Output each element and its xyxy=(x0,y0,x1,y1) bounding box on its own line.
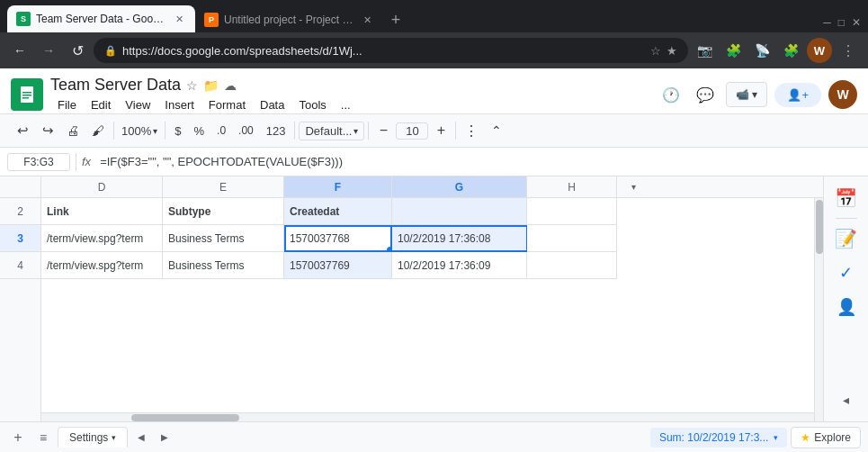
font-size-inc-button[interactable]: + xyxy=(430,120,452,141)
font-size-box[interactable]: 10 xyxy=(396,122,428,140)
star-icon[interactable]: ★ xyxy=(667,44,677,58)
new-tab-button[interactable]: + xyxy=(383,7,408,32)
bookmark-icon[interactable]: ☆ xyxy=(650,44,661,58)
cell-D4[interactable]: /term/view.spg?term xyxy=(41,252,163,279)
tab-project[interactable]: P Untitled project - Project Editor - ✕ xyxy=(195,7,383,32)
format-num-button[interactable]: 123 xyxy=(261,122,291,140)
zoom-selector[interactable]: 100% ▾ xyxy=(118,122,161,140)
cell-G2[interactable] xyxy=(392,198,527,225)
sidebar-expand-button[interactable]: ◂ xyxy=(830,384,863,416)
scroll-thumb-h[interactable] xyxy=(131,414,239,421)
cloud-icon[interactable]: ☁ xyxy=(224,78,237,93)
redo-button[interactable]: ↪ xyxy=(36,119,59,142)
row-header-4[interactable]: 4 xyxy=(0,252,40,279)
comments-button[interactable]: 💬 xyxy=(692,81,719,108)
menu-tools[interactable]: Tools xyxy=(291,96,333,113)
menu-insert[interactable]: Insert xyxy=(157,96,201,113)
menu-icon[interactable]: ⋮ xyxy=(836,38,861,63)
folder-icon[interactable]: 📁 xyxy=(203,78,219,93)
sheets-bottom-bar: + ≡ Settings ▾ ◀ ▶ Sum: 10/2/2019 17:3..… xyxy=(0,421,868,452)
extensions-icon[interactable]: 🧩 xyxy=(720,38,746,63)
cell-G4[interactable]: 10/2/2019 17:36:09 xyxy=(392,252,527,279)
nav-left-button[interactable]: ◀ xyxy=(131,428,151,447)
cell-D3[interactable]: /term/view.spg?term xyxy=(41,225,163,252)
back-button[interactable]: ← xyxy=(7,38,32,63)
col-header-E[interactable]: E xyxy=(163,176,284,197)
cell-F2[interactable]: Createdat xyxy=(284,198,392,225)
undo-button[interactable]: ↩ xyxy=(11,119,34,142)
cell-G3[interactable]: 10/2/2019 17:36:08 xyxy=(392,225,527,252)
cell-E4[interactable]: Business Terms xyxy=(163,252,284,279)
sheets-logo xyxy=(11,78,43,111)
scroll-thumb-v[interactable] xyxy=(816,200,823,254)
user-avatar[interactable]: W xyxy=(828,80,857,109)
sum-bar[interactable]: Sum: 10/2/2019 17:3... ▾ xyxy=(650,428,787,447)
list-sheets-button[interactable]: ≡ xyxy=(32,427,54,448)
add-sheet-button[interactable]: + xyxy=(7,427,29,448)
formula-content[interactable]: =IF($F3="", "", EPOCHTODATE(VALUE($F3))) xyxy=(96,155,861,168)
meet-button[interactable]: 📹 ▾ xyxy=(726,82,767,107)
history-button[interactable]: 🕐 xyxy=(658,81,685,108)
cell-H4[interactable] xyxy=(527,252,617,279)
menu-more[interactable]: ... xyxy=(334,96,358,113)
col-header-D[interactable]: D xyxy=(41,176,163,197)
col-header-G[interactable]: G xyxy=(392,176,527,197)
minimize-button[interactable]: ─ xyxy=(823,16,831,29)
col-header-H[interactable]: H xyxy=(527,176,617,197)
menu-edit[interactable]: Edit xyxy=(84,96,118,113)
percent-button[interactable]: % xyxy=(188,122,210,140)
row-header-3[interactable]: 3 xyxy=(0,225,40,252)
paint-format-button[interactable]: 🖌 xyxy=(86,119,110,142)
print-button[interactable]: 🖨 xyxy=(61,119,85,142)
sheets-tab-close[interactable]: ✕ xyxy=(172,12,186,26)
screenshot-icon[interactable]: 📷 xyxy=(692,38,717,63)
font-size-dec-button[interactable]: − xyxy=(372,120,394,141)
menu-format[interactable]: Format xyxy=(201,96,253,113)
more-toolbar-options[interactable]: ⋮ xyxy=(460,119,483,142)
tab-sheets[interactable]: S Team Server Data - Google Shee... ✕ xyxy=(7,5,195,32)
cell-H2[interactable] xyxy=(527,198,617,225)
scrollbar-vertical[interactable] xyxy=(814,198,823,421)
decimal-dec-button[interactable]: .0 xyxy=(211,122,231,139)
cell-H3[interactable] xyxy=(527,225,617,252)
notes-sidebar-button[interactable]: 📝 xyxy=(830,222,863,255)
reload-button[interactable]: ↺ xyxy=(65,38,90,63)
cell-F4[interactable]: 1570037769 xyxy=(284,252,392,279)
profile-avatar[interactable]: W xyxy=(807,38,832,63)
contacts-sidebar-button[interactable]: 👤 xyxy=(830,291,863,323)
address-bar[interactable]: 🔒 https://docs.google.com/spreadsheets/d… xyxy=(94,38,688,63)
toolbar-separator-2 xyxy=(165,122,166,140)
collapse-toolbar-button[interactable]: ⌃ xyxy=(485,119,508,142)
cell-E3[interactable]: Business Terms xyxy=(163,225,284,252)
scrollbar-horizontal[interactable] xyxy=(41,412,814,421)
cell-E2[interactable]: Subtype xyxy=(163,198,284,225)
broadcast-icon[interactable]: 📡 xyxy=(749,38,774,63)
row-header-2[interactable]: 2 xyxy=(0,198,40,225)
sheets-title: Team Server Data xyxy=(50,76,181,95)
star-title-icon[interactable]: ☆ xyxy=(186,78,198,93)
explore-button[interactable]: ★ Explore xyxy=(791,427,861,448)
share-button[interactable]: 👤+ xyxy=(774,83,821,107)
forward-button[interactable]: → xyxy=(36,38,61,63)
puzzle-icon[interactable]: 🧩 xyxy=(778,38,803,63)
decimal-inc-button[interactable]: .00 xyxy=(233,122,259,139)
close-button[interactable]: ✕ xyxy=(852,16,861,29)
corner-cell xyxy=(0,176,40,198)
nav-right-button[interactable]: ▶ xyxy=(155,428,174,447)
grid-row-2: Link Subtype Createdat xyxy=(41,198,823,225)
col-header-arrow[interactable]: ▾ xyxy=(617,176,649,197)
project-tab-close[interactable]: ✕ xyxy=(360,13,374,27)
menu-view[interactable]: View xyxy=(118,96,157,113)
font-family-selector[interactable]: Default... ▾ xyxy=(299,122,364,140)
sheet-tab-settings[interactable]: Settings ▾ xyxy=(58,427,128,447)
col-header-F[interactable]: F xyxy=(284,176,392,197)
cell-reference[interactable]: F3:G3 xyxy=(7,153,70,171)
currency-button[interactable]: $ xyxy=(169,122,186,140)
maximize-button[interactable]: □ xyxy=(838,16,845,29)
calendar-sidebar-button[interactable]: 📅 xyxy=(830,182,863,214)
tasks-sidebar-button[interactable]: ✓ xyxy=(830,257,863,289)
menu-file[interactable]: File xyxy=(50,96,84,113)
cell-D2[interactable]: Link xyxy=(41,198,163,225)
menu-data[interactable]: Data xyxy=(253,96,291,113)
cell-F3[interactable]: 1570037768 xyxy=(284,225,392,252)
